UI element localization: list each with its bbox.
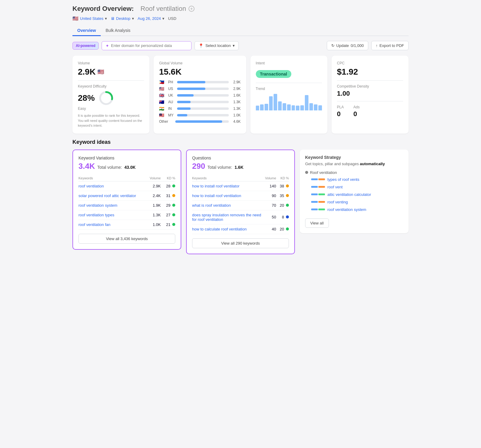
strategy-item-bar	[311, 186, 325, 188]
kd-dot-icon	[172, 194, 175, 197]
trend-bar	[292, 105, 295, 110]
kd-dot-icon	[172, 223, 175, 226]
view-all-questions-button[interactable]: View all 290 keywords	[192, 238, 289, 248]
table-row: what is roof ventilation 70 20	[192, 200, 289, 210]
volume-cell: 70	[265, 200, 280, 210]
country-row: 🇲🇾 MY 1.0K	[159, 113, 240, 118]
country-bar-track	[177, 107, 228, 110]
trend-bar	[278, 101, 282, 110]
add-keyword-icon[interactable]: +	[188, 6, 195, 12]
view-all-strategy-button[interactable]: View all	[305, 218, 329, 228]
country-bar-fill	[177, 81, 205, 83]
country-list: 🇵🇭 PH 2.9K 🇺🇸 US 2.9K 🇬🇧 UK 1.6K 🇦🇺 AU	[159, 80, 240, 124]
volume-cell: 40	[265, 224, 280, 234]
trend-bar	[283, 103, 286, 110]
strategy-items: types of roof vents roof vent attic vent…	[311, 177, 403, 212]
strategy-item-label[interactable]: types of roof vents	[327, 177, 359, 182]
country-code: AU	[168, 100, 175, 104]
kd-dot-icon	[172, 213, 175, 216]
pla-ads-row: PLA 0 Ads 0	[337, 105, 403, 118]
strategy-bar-segment	[311, 178, 318, 180]
keyword-link[interactable]: how to calculate roof ventilation	[192, 227, 247, 231]
trend-bar	[314, 104, 317, 110]
trend-bar	[269, 96, 273, 110]
other-row: Other 4.6K	[159, 119, 240, 124]
keyword-link[interactable]: roof ventilation types	[78, 213, 114, 217]
other-label: Other	[159, 119, 173, 124]
country-flag-icon: 🇲🇾	[159, 113, 166, 118]
export-button[interactable]: ↑ Export to PDF	[371, 41, 409, 50]
kd-cell: 38	[280, 181, 289, 191]
tab-overview[interactable]: Overview	[72, 26, 101, 36]
country-bar-track	[177, 114, 228, 116]
country-bar-fill	[177, 107, 191, 110]
country-flag: 🇺🇸	[72, 16, 78, 21]
trend-bar	[265, 104, 268, 110]
strategy-root-dot	[305, 171, 308, 174]
update-button[interactable]: ↻ Update 0/1,000	[327, 41, 368, 50]
table-row: how to install roof ventilation 90 35	[192, 191, 289, 200]
keyword-link[interactable]: solar powered roof attic ventilator	[78, 193, 136, 198]
questions-card: Questions 290 Total volume: 1.6K Keyword…	[186, 150, 295, 254]
device-caret-icon: ▾	[132, 16, 134, 21]
country-flag-icon: 🇬🇧	[159, 93, 166, 98]
strategy-bar-segment	[311, 201, 318, 203]
kd-dot-icon	[286, 184, 289, 187]
country-flag-icon: 🇮🇳	[159, 106, 166, 111]
domain-input-wrapper[interactable]: ✦	[102, 41, 191, 50]
kd-cell: 27	[164, 210, 175, 220]
keyword-link[interactable]: how to install roof ventilation	[192, 193, 241, 198]
ads-item: Ads 0	[353, 105, 360, 118]
country-value: 1.6K	[231, 93, 241, 97]
trend-bar	[305, 95, 308, 110]
country-value: 1.3K	[231, 107, 241, 111]
trend-bar	[309, 103, 313, 110]
volume-cell: 90	[265, 191, 280, 200]
strategy-item-bar	[311, 193, 325, 195]
keyword-link[interactable]: roof ventilation system	[78, 203, 117, 208]
strategy-item-label[interactable]: attic ventilation calculator	[327, 192, 371, 197]
country-code: IN	[168, 107, 175, 111]
keyword-link[interactable]: what is roof ventilation	[192, 203, 231, 208]
country-flag-icon: 🇵🇭	[159, 80, 166, 85]
pla-item: PLA 0	[337, 105, 344, 118]
strategy-item-label[interactable]: roof vent	[327, 185, 343, 189]
domain-input[interactable]	[111, 43, 188, 48]
view-all-variations-button[interactable]: View all 3,436 keywords	[78, 234, 175, 244]
strategy-item-label[interactable]: roof ventilation system	[327, 207, 366, 212]
search-bar: AI-powered ✦ 📍 Select location ▾ ↻ Updat…	[72, 41, 409, 50]
device-selector[interactable]: 🖥 Desktop ▾	[111, 16, 134, 21]
variations-card: Keyword Variations 3.4K Total volume: 43…	[72, 150, 181, 250]
country-flag-icon: 🇺🇸	[159, 86, 166, 91]
kd-dot-icon	[172, 204, 175, 207]
strategy-bar-segment	[318, 186, 325, 188]
tab-bulk-analysis[interactable]: Bulk Analysis	[101, 26, 135, 36]
toolbar: 🇺🇸 United States ▾ 🖥 Desktop ▾ Aug 26, 2…	[72, 16, 409, 21]
keyword-ideas-grid: Keyword Variations 3.4K Total volume: 43…	[72, 150, 409, 254]
country-value: 2.9K	[231, 87, 241, 91]
strategy-item: roof ventilation system	[311, 207, 403, 212]
strategy-bar-segment	[311, 209, 318, 210]
questions-table: Keywords Volume KD % how to install roof…	[192, 175, 289, 234]
keyword-link[interactable]: how to install roof ventilator	[192, 184, 240, 188]
country-value: 1.3K	[231, 100, 241, 104]
refresh-icon: ↻	[331, 43, 335, 48]
strategy-bar-segment	[318, 178, 325, 180]
strategy-item-label[interactable]: roof venting	[327, 200, 348, 204]
date-selector[interactable]: Aug 26, 2024 ▾	[138, 16, 164, 21]
keyword-link[interactable]: does spray insulation removes the need f…	[192, 213, 261, 222]
country-code: UK	[168, 93, 175, 97]
keyword-link[interactable]: roof ventilation	[78, 184, 104, 188]
country-selector[interactable]: 🇺🇸 United States ▾	[72, 16, 107, 21]
trend-bar	[287, 104, 291, 110]
trend-bar	[256, 106, 259, 110]
keyword-link[interactable]: roof ventilation fan	[78, 222, 110, 227]
location-button[interactable]: 📍 Select location ▾	[195, 41, 239, 50]
trend-bar	[274, 94, 277, 110]
country-row: 🇺🇸 US 2.9K	[159, 86, 240, 91]
strategy-item: roof vent	[311, 185, 403, 189]
volume-cell: 2.4K	[147, 191, 164, 200]
kd-cell: 20	[280, 224, 289, 234]
cpc-card: CPC $1.92 Competitive Density 1.00 PLA 0…	[332, 56, 409, 134]
table-row: solar powered roof attic ventilator 2.4K…	[78, 191, 175, 200]
